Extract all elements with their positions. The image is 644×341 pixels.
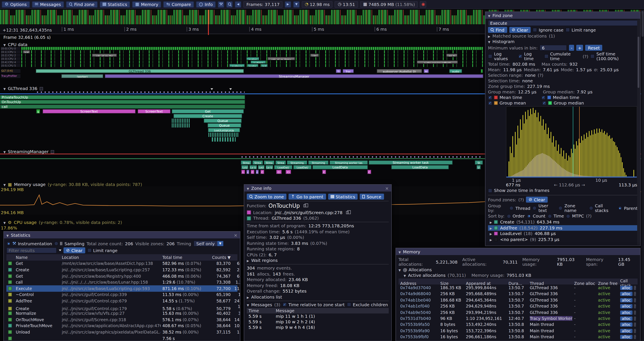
found-zone-group-row[interactable]: AddTree (18,542) 227.19 ms <box>488 225 638 231</box>
group-by-user-text-radio[interactable]: User text <box>532 203 556 213</box>
timeline-zone[interactable]: Ci <box>276 170 282 174</box>
free-callstack-button[interactable]: free <box>634 310 636 314</box>
free-callstack-button[interactable]: free <box>634 316 636 321</box>
timeline-zone[interactable]: g <box>36 109 40 113</box>
allocation-address[interactable]: 0x74ab1be040 <box>400 298 438 302</box>
find-zone-button[interactable]: Find zone <box>66 1 98 8</box>
cpu-usage-section-header[interactable]: CPU usage (y-range: 0.78%, visible data … <box>4 220 122 225</box>
timeline-zone[interactable]: call <box>0 105 245 109</box>
message-dots-row[interactable] <box>36 91 245 93</box>
timeline-zone[interactable]: audiose <box>250 61 266 64</box>
alloc-callstack-button[interactable]: alloc <box>620 286 632 290</box>
find-zone-scrollbar[interactable] <box>637 20 640 245</box>
bin-increment-button[interactable]: + <box>576 45 583 51</box>
group-by-thread-radio[interactable]: Thread <box>510 206 530 210</box>
timeline-zone[interactable] <box>212 137 236 142</box>
timeline-zone[interactable]: audios <box>246 57 259 60</box>
find-zone-query-input[interactable] <box>488 20 638 26</box>
group-by-call-stacks-radio[interactable]: Call stacks <box>589 203 616 213</box>
timeline-zone[interactable]: (worker) <box>61 74 103 78</box>
found-zone-group-row[interactable]: LoadLevel (18) 406.88 µs <box>488 231 638 236</box>
instrumentation-radio[interactable]: Instrumentation <box>6 241 52 246</box>
source-location[interactable]: jni/../jni/src/guif/Screen.cpp:278 <box>275 210 342 215</box>
timeline-zone[interactable]: C <box>368 170 371 174</box>
allocation-row[interactable]: 0x7553b9fa90 16 bytes 153,722,396ns 13:5… <box>398 327 638 334</box>
group-median-checkbox[interactable]: Group median <box>542 101 584 105</box>
timeline-zone[interactable]: LoU <box>258 165 265 169</box>
timeline-zone[interactable]: StreamingManager <box>105 74 483 78</box>
found-zone-group-row[interactable]: Create (54,131) 643.34 ms <box>488 219 638 225</box>
free-callstack-button[interactable]: free <box>634 298 636 302</box>
alloc-callstack-button[interactable]: alloc <box>620 292 632 296</box>
timeline-zone[interactable]: Lo U <box>249 165 257 169</box>
glthread-section-header[interactable]: GLThread 336 <box>4 86 43 91</box>
show-zone-time-checkbox[interactable]: Show zone time in frames <box>488 188 550 193</box>
memory-panel-titlebar[interactable]: Memory <box>396 248 640 255</box>
memory-usage-section-header[interactable]: Memory usage (y-range: 30.88 KB, visible… <box>4 182 142 187</box>
timeline-zone[interactable]: c <box>256 170 259 174</box>
timeline-zone[interactable]: [0:5] CPU 5 <box>1 64 20 67</box>
timeline-zone[interactable] <box>481 69 483 73</box>
histogram-expander[interactable]: Histogram <box>488 39 638 44</box>
timeline-zone[interactable]: Ai <box>424 69 429 73</box>
self-time-checkbox[interactable]: Self time (100.00%) <box>590 52 638 61</box>
timeline-zone[interactable]: OnTouchUp <box>0 100 245 104</box>
close-icon[interactable]: × <box>385 186 389 190</box>
timeline-zone[interactable]: TracyProfiler <box>1 74 20 78</box>
timeline-zone[interactable]: cds <box>310 54 319 57</box>
timeline-zone[interactable]: audio. <box>247 64 258 67</box>
table-row[interactable]: Unload jni/../jni/src/claw/graphics/pixe… <box>6 329 238 335</box>
group-by-parent-radio[interactable]: Parent <box>618 206 638 210</box>
sampling-radio[interactable]: Sampling <box>54 241 84 246</box>
timeline-zone[interactable]: cds_ol_rx_threa <box>268 57 295 60</box>
frame-dropdown-button[interactable] <box>293 1 300 8</box>
allocation-address[interactable]: 0x7553b9fa50 <box>400 322 438 327</box>
streaming-section-header[interactable]: StreamingManager <box>4 149 54 154</box>
clear-filter-button[interactable]: Clear <box>64 247 85 253</box>
free-callstack-button[interactable]: free <box>634 286 636 290</box>
sort-by-mtpc-radio[interactable]: MTPC <box>566 214 584 218</box>
alloc-callstack-button[interactable]: alloc <box>620 329 632 333</box>
exclude-children-checkbox[interactable]: Exclude children <box>347 302 388 307</box>
options-button[interactable]: Options <box>2 1 30 8</box>
timeline-zone[interactable]: LoadData <box>312 165 368 169</box>
free-callstack-button[interactable]: free <box>634 304 636 308</box>
table-row[interactable]: AddTree jni/../jni/src/guif/Control.cpp:… <box>6 298 238 304</box>
source-button[interactable]: Source <box>360 194 384 200</box>
timeline-zone[interactable]: [0:0] CPU 0 <box>1 47 20 50</box>
memory-button[interactable]: Memory <box>132 1 161 8</box>
cpu-data-section-header[interactable]: CPU data <box>4 42 28 47</box>
zone-statistics-button[interactable]: Statistics <box>328 194 358 200</box>
table-row[interactable]: Create jni/../jni/src/guif/Control.cpp:1… <box>6 304 238 310</box>
next-frame-button[interactable] <box>285 1 291 8</box>
zone-time-histogram[interactable] <box>506 106 637 178</box>
message-row[interactable]: 5.59 s mip 10 w 2 h 2 (4) <box>247 319 389 324</box>
active-allocations-expander[interactable]: Active allocations (70,311) Memory usage… <box>398 273 638 278</box>
mean-time-checkbox[interactable]: Mean time <box>488 95 522 100</box>
table-row[interactable]: OnTouchMove jni/../jni/src/guif/Screen.c… <box>6 316 238 323</box>
timeline-zone[interactable]: cds_ol_rx_thr <box>92 54 117 57</box>
timeline-zone[interactable]: [0:1] CPU 1 <box>1 50 20 53</box>
alloc-callstack-button[interactable]: alloc <box>620 304 632 308</box>
timeline-zone[interactable]: Streaming <box>308 160 328 165</box>
allocation-address[interactable]: 0x7531d7b040 <box>400 316 438 321</box>
timeline-zone[interactable]: Ci <box>286 170 291 174</box>
zoom-to-zone-button[interactable]: Zoom to zone <box>247 194 286 200</box>
timeline-zone[interactable]: audio <box>449 69 462 73</box>
timeline-zone[interactable]: audioserver (AudioOut_D) <box>377 69 422 73</box>
timeline-zone[interactable]: Create <box>174 114 242 118</box>
timeline-zone[interactable]: Lo U <box>266 165 273 169</box>
table-row[interactable]: PrivateTouchMove jni/../jni/src/claw/app… <box>6 323 238 329</box>
wait-regions-expander[interactable]: Wait regions <box>247 258 389 263</box>
timeline-zone[interactable]: LcU <box>241 165 248 169</box>
alloc-callstack-button[interactable]: alloc <box>620 335 632 339</box>
timeline-zone[interactable]: St <box>475 160 483 165</box>
limit-range-checkbox[interactable]: Limit range <box>87 248 118 253</box>
ignore-case-checkbox[interactable]: Ignore case <box>533 28 564 32</box>
time-relative-checkbox[interactable]: Time relative to zone start <box>282 302 344 307</box>
main-scrollbar[interactable] <box>641 10 644 341</box>
timeline-zone[interactable]: C <box>322 170 326 174</box>
timeline-zone[interactable]: LoadDaU <box>293 165 312 169</box>
statistics-panel-titlebar[interactable]: Statistics × <box>4 232 240 238</box>
tools-button[interactable] <box>218 1 224 8</box>
